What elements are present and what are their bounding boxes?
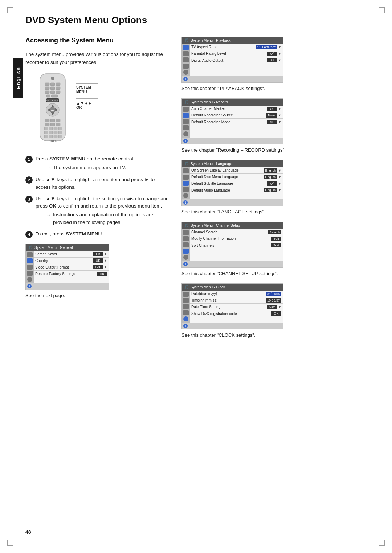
svg-rect-26 — [50, 123, 55, 126]
system-menu-label: System Menu — [76, 79, 98, 94]
svg-point-1 — [51, 77, 54, 80]
step-text-1: Press SYSTEM MENU on the remote control.… — [36, 155, 171, 172]
menu-row-osd-lang: On Screen Display Language English ▼ — [190, 167, 283, 174]
svg-rect-7 — [56, 87, 60, 90]
svg-rect-12 — [51, 95, 58, 97]
svg-rect-8 — [45, 91, 49, 94]
svg-rect-33 — [49, 131, 53, 134]
svg-rect-35 — [58, 131, 62, 134]
remote-area: SYSTEM MENU OK — [25, 72, 171, 148]
corner-mark-tl — [7, 7, 13, 13]
svg-rect-25 — [45, 123, 49, 126]
channel-menu-block: 🎵 System Menu - Channel Setup — [181, 222, 377, 276]
steps-list: 1 Press SYSTEM MENU on the remote contro… — [25, 155, 171, 238]
svg-rect-34 — [54, 131, 57, 134]
menu-row-digital-audio: Digital Audio Output All ▼ — [190, 57, 283, 64]
playback-menu-block: 🎵 System Menu - Playback — [181, 37, 377, 91]
svg-rect-24 — [56, 119, 60, 122]
remote-image: SYSTEM MENU OK — [33, 72, 76, 146]
step-number-4: 4 — [25, 231, 33, 238]
svg-rect-36 — [44, 135, 48, 138]
menu-row-parental: Parental Rating Level Off ▼ — [190, 50, 283, 57]
svg-rect-23 — [50, 119, 55, 122]
channel-menu-title: 🎵 System Menu - Channel Setup — [182, 222, 283, 229]
menu-row-rec-mode: Default Recording Mode SP ▼ — [190, 119, 283, 125]
step-text-3: Use ▲▼ keys to highlight the setting you… — [36, 195, 171, 226]
svg-rect-9 — [50, 91, 55, 94]
menu-row-audio-lang: Default Audio Language English ▼ — [190, 187, 283, 193]
svg-rect-29 — [49, 127, 53, 130]
menu-row-country: Country UK ▼ — [34, 258, 109, 264]
corner-mark-tr — [379, 7, 385, 13]
sidebar-icon-2 — [27, 258, 33, 263]
general-menu-title: 🎵 System Menu - General — [26, 244, 109, 251]
corner-mark-bl — [7, 540, 13, 546]
menu-row-video-output: Video Output Format PAL ▼ — [34, 264, 109, 271]
svg-rect-22 — [45, 119, 49, 122]
sidebar-icon-4 — [27, 271, 33, 276]
svg-rect-3 — [50, 83, 55, 86]
playback-caption: See this chapter " PLAYBACK settings". — [181, 86, 377, 91]
page-title: DVD System Menu Options — [25, 15, 377, 29]
svg-text:SYSTEM MENU: SYSTEM MENU — [46, 99, 60, 102]
svg-rect-4 — [56, 83, 60, 86]
svg-rect-27 — [56, 123, 60, 126]
svg-rect-10 — [56, 91, 60, 94]
menu-row-subtitle-lang: Default Subtitle Language Off ▼ — [190, 180, 283, 187]
menu-row-factory: Restore Factory Settings OK — [34, 271, 109, 277]
page-content: DVD System Menu Options Accessing the Sy… — [25, 15, 377, 538]
svg-text:OK: OK — [51, 109, 55, 111]
step-3: 3 Use ▲▼ keys to highlight the setting y… — [25, 195, 171, 226]
language-menu-title: 🎵 System Menu - Language — [182, 160, 283, 167]
record-menu-block: 🎵 System Menu - Record — [181, 98, 377, 153]
left-column: Accessing the System Menu The system men… — [25, 37, 171, 345]
corner-mark-br — [379, 540, 385, 546]
general-menu-screenshot: 🎵 System Menu - General — [25, 244, 171, 298]
step-4: 4 To exit, press SYSTEM MENU. — [25, 230, 171, 238]
svg-rect-30 — [54, 127, 57, 130]
language-menu-block: 🎵 System Menu - Language — [181, 160, 377, 214]
menu-row-channel-search: Channel Search Search — [190, 229, 283, 235]
svg-rect-6 — [50, 87, 55, 90]
language-caption: See this chapter "LANGUAGE settings". — [181, 209, 377, 214]
page-number: 48 — [25, 529, 31, 535]
step-number-1: 1 — [25, 156, 33, 163]
svg-rect-37 — [49, 135, 53, 138]
step-1: 1 Press SYSTEM MENU on the remote contro… — [25, 155, 171, 172]
menu-row-divx-reg: Show DivX registration code OK — [190, 310, 283, 317]
arrow-ok-label: ▲▼◄► OK — [76, 94, 98, 110]
step-number-3: 3 — [25, 196, 33, 203]
intro-text: The system menu provides various options… — [25, 50, 171, 66]
svg-rect-31 — [58, 127, 62, 130]
two-column-layout: Accessing the System Menu The system men… — [25, 37, 377, 345]
clock-menu-block: 🎵 System Menu - Clock — [181, 283, 377, 338]
menu-row-rec-source: Default Recording Source Tuner ▼ — [190, 112, 283, 119]
svg-rect-11 — [46, 95, 50, 97]
clock-menu-title: 🎵 System Menu - Clock — [182, 284, 283, 291]
menu-row-disc-lang: Default Disc Menu Language English ▼ — [190, 174, 283, 180]
step-text-4: To exit, press SYSTEM MENU. — [36, 230, 171, 238]
step-text-2: Use ▲▼ keys to highlight a menu item and… — [36, 176, 171, 191]
sidebar-icon-3 — [27, 265, 33, 270]
svg-rect-5 — [45, 87, 49, 90]
record-menu-title: 🎵 System Menu - Record — [182, 99, 283, 106]
menu-row-screensaver: Screen Saver On ▼ — [34, 251, 109, 258]
channel-caption: See this chapter "CHANNEL SETUP settings… — [181, 271, 377, 276]
menu-row-modify-channel: Modify Channel Information Edit — [190, 235, 283, 242]
svg-rect-28 — [44, 127, 48, 130]
sidebar-icon-1 — [27, 252, 33, 257]
clock-caption: See this chapter "CLOCK settings". — [181, 332, 377, 338]
general-menu-caption: See the next page. — [25, 293, 171, 298]
playback-menu-title: 🎵 System Menu - Playback — [182, 37, 283, 44]
menu-row-auto-chapter: Auto Chapter Marker On ▼ — [190, 106, 283, 112]
svg-rect-38 — [54, 135, 57, 138]
record-caption: See the chapter "Recording – RECORD sett… — [181, 147, 377, 153]
english-tab: English — [13, 58, 23, 98]
step-2: 2 Use ▲▼ keys to highlight a menu item a… — [25, 176, 171, 191]
svg-rect-32 — [44, 131, 48, 134]
menu-row-date: Date(dd/mm/yy) 31/01/06 — [190, 291, 283, 297]
step-number-2: 2 — [25, 176, 33, 184]
menu-row-time: Time(hh:mm:ss) 10:33:57 — [190, 297, 283, 304]
sidebar-icon-5 — [27, 277, 32, 282]
menu-row-datetime-setting: Date-Time Setting Auto ▼ — [190, 304, 283, 310]
